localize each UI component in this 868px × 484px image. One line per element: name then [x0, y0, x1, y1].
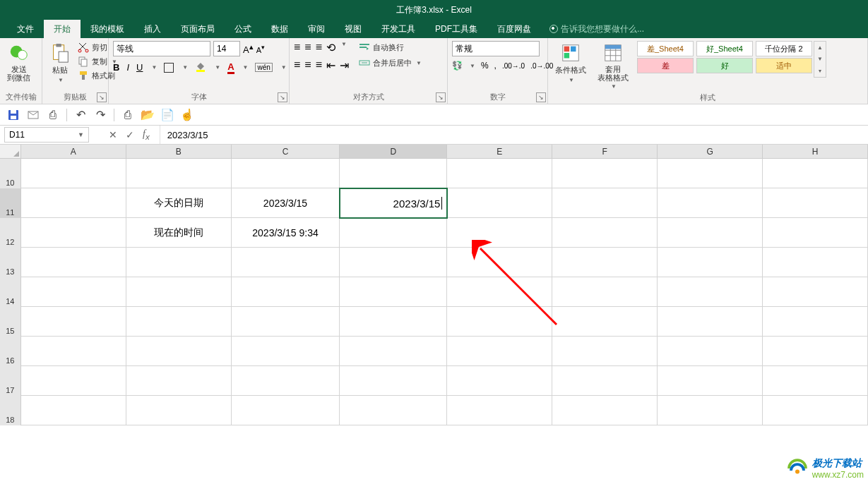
cell-style-gallery[interactable]: 差_Sheet4好_Sheet4千位分隔 2差好适中	[637, 41, 812, 78]
cell[interactable]	[21, 188, 126, 218]
tab-插入[interactable]: 插入	[134, 20, 171, 39]
cell[interactable]	[658, 307, 763, 337]
number-launcher[interactable]: ↘	[536, 92, 546, 102]
tab-开发工具[interactable]: 开发工具	[371, 20, 425, 39]
cell[interactable]	[447, 337, 552, 366]
formula-input[interactable]	[160, 126, 868, 144]
align-left-button[interactable]: ≡	[294, 59, 300, 72]
column-header[interactable]: H	[763, 145, 868, 158]
cell[interactable]: 2023/3/15	[340, 188, 447, 218]
number-format-combo[interactable]	[452, 41, 540, 56]
row-header[interactable]: 17	[0, 366, 21, 396]
save-button[interactable]	[7, 109, 20, 121]
bold-button[interactable]: B	[113, 62, 119, 73]
decrease-font-button[interactable]: A▾	[256, 43, 265, 54]
cell[interactable]	[340, 248, 447, 277]
fill-color-button[interactable]	[195, 61, 206, 74]
cell[interactable]	[763, 218, 868, 248]
cell[interactable]	[447, 366, 552, 396]
cell[interactable]	[21, 159, 126, 188]
row-header[interactable]: 13	[0, 248, 21, 277]
spreadsheet-grid[interactable]: ABCDEFGH 1011今天的日期2023/3/152023/3/1512现在…	[0, 145, 868, 425]
increase-decimal-button[interactable]: .00→.0	[502, 62, 525, 70]
font-color-button[interactable]: A	[227, 61, 234, 74]
comma-button[interactable]: ,	[494, 61, 497, 71]
cell[interactable]	[21, 396, 126, 425]
cell[interactable]	[552, 396, 658, 425]
cell[interactable]	[552, 307, 658, 337]
cell[interactable]	[552, 159, 658, 188]
column-header[interactable]: A	[21, 145, 126, 158]
tab-视图[interactable]: 视图	[335, 20, 371, 39]
enter-button[interactable]: ✓	[126, 129, 134, 140]
cell[interactable]: 现在的时间	[126, 218, 232, 248]
percent-button[interactable]: %	[481, 61, 489, 71]
column-header[interactable]: C	[232, 145, 340, 158]
cell-style-chip[interactable]: 好	[696, 58, 753, 73]
cell[interactable]	[658, 337, 763, 366]
cell[interactable]	[232, 396, 340, 425]
undo-button[interactable]: ↶	[74, 109, 87, 121]
cell[interactable]	[340, 307, 447, 337]
cell[interactable]	[658, 248, 763, 277]
tab-公式[interactable]: 公式	[225, 20, 261, 39]
print-preview-button[interactable]: ⎙	[121, 109, 134, 121]
column-header[interactable]: D	[340, 145, 447, 158]
cell[interactable]	[21, 218, 126, 248]
tab-PDF工具集[interactable]: PDF工具集	[425, 20, 487, 39]
name-box[interactable]: D11 ▼	[4, 127, 89, 143]
font-name-combo[interactable]	[113, 41, 210, 56]
cell[interactable]	[552, 366, 658, 396]
italic-button[interactable]: I	[126, 62, 129, 73]
tab-审阅[interactable]: 审阅	[298, 20, 335, 39]
font-size-combo[interactable]	[213, 41, 240, 56]
align-bottom-button[interactable]: ≡	[316, 41, 322, 54]
cell-style-chip[interactable]: 适中	[756, 58, 812, 73]
cell[interactable]	[763, 159, 868, 188]
cell[interactable]	[126, 159, 232, 188]
cell[interactable]	[232, 337, 340, 366]
cell[interactable]	[232, 366, 340, 396]
merge-center-button[interactable]: 合并后居中▼	[356, 56, 424, 69]
cell[interactable]	[658, 366, 763, 396]
row-header[interactable]: 14	[0, 277, 21, 307]
style-gallery-nav[interactable]: ▲▼▾	[814, 41, 826, 78]
cell[interactable]	[21, 277, 126, 307]
cell[interactable]	[340, 396, 447, 425]
cell[interactable]	[658, 218, 763, 248]
new-button[interactable]: 📄	[161, 109, 174, 121]
row-header[interactable]: 11	[0, 188, 21, 218]
touch-mode-button[interactable]: ☝	[181, 109, 194, 121]
tab-开始[interactable]: 开始	[44, 20, 81, 39]
table-format-button[interactable]: 套用 表格格式▼	[595, 41, 631, 91]
cell[interactable]	[21, 337, 126, 366]
cell[interactable]	[552, 248, 658, 277]
cell-style-chip[interactable]: 差_Sheet4	[637, 41, 694, 56]
cell[interactable]: 2023/3/15	[232, 188, 340, 218]
redo-button[interactable]: ↷	[94, 109, 107, 121]
open-button[interactable]: 📂	[141, 109, 154, 121]
cell[interactable]	[232, 277, 340, 307]
cell[interactable]	[447, 218, 552, 248]
cell[interactable]	[763, 396, 868, 425]
cell[interactable]	[552, 188, 658, 218]
cell[interactable]	[763, 188, 868, 218]
cell-style-chip[interactable]: 好_Sheet4	[696, 41, 753, 56]
cell[interactable]	[232, 159, 340, 188]
align-right-button[interactable]: ≡	[316, 59, 322, 72]
cell[interactable]	[763, 248, 868, 277]
cell[interactable]	[658, 159, 763, 188]
tab-页面布局[interactable]: 页面布局	[171, 20, 225, 39]
quick-print-button[interactable]: ⎙	[47, 109, 59, 121]
cell[interactable]	[126, 277, 232, 307]
align-top-button[interactable]: ≡	[294, 41, 300, 54]
row-header[interactable]: 10	[0, 159, 21, 188]
row-header[interactable]: 18	[0, 396, 21, 425]
cell[interactable]	[21, 366, 126, 396]
cell[interactable]	[232, 307, 340, 337]
row-header[interactable]: 15	[0, 307, 21, 337]
column-header[interactable]: E	[447, 145, 552, 158]
cancel-button[interactable]: ✕	[109, 129, 117, 140]
column-header[interactable]: F	[552, 145, 658, 158]
font-launcher[interactable]: ↘	[278, 92, 287, 102]
